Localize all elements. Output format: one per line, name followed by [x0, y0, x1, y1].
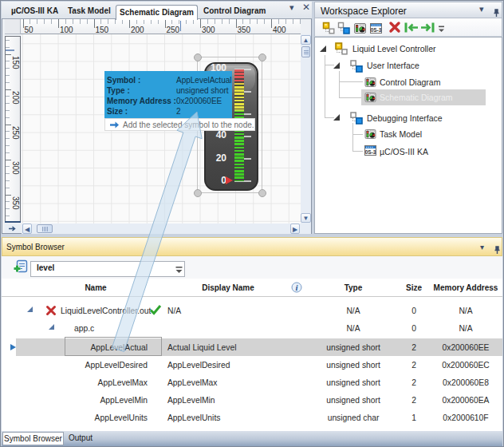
svg-text:0S-3: 0S-3: [371, 27, 382, 33]
svg-text:0S-3: 0S-3: [365, 149, 376, 155]
